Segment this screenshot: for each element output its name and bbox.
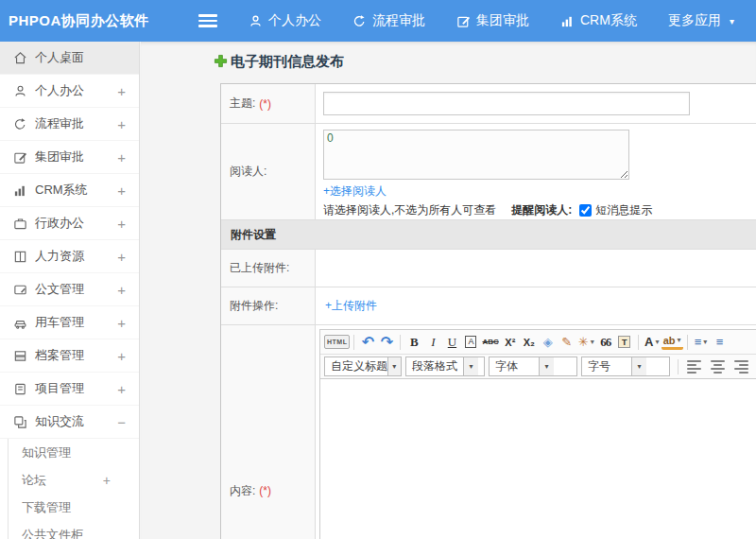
expand-icon[interactable]: + (117, 282, 126, 298)
nav-more-apps[interactable]: 更多应用 (668, 12, 721, 29)
expand-icon[interactable]: + (117, 149, 126, 165)
nav-label: 更多应用 (668, 12, 721, 29)
required-marker: (*) (259, 484, 271, 497)
home-icon (13, 51, 27, 65)
expand-icon[interactable]: + (103, 473, 111, 488)
strikethrough-button[interactable]: ABC (480, 333, 500, 352)
upload-attachment-link[interactable]: +上传附件 (325, 298, 377, 314)
expand-icon[interactable]: + (117, 315, 126, 331)
expand-icon[interactable]: + (117, 348, 126, 364)
edit-square-icon (13, 150, 27, 165)
sidebar-item-label: 人力资源 (35, 248, 84, 265)
eraser-icon[interactable]: ◈ (539, 333, 558, 352)
nav-group-approval[interactable]: 集团审批 (456, 12, 529, 29)
chevron-down-icon: ▾ (703, 338, 707, 346)
font-color-button[interactable]: A▾ (643, 333, 662, 352)
sidebar-item-archive-mgmt[interactable]: 档案管理 + (0, 339, 139, 373)
sidebar-item-personal-desktop[interactable]: 个人桌面 (0, 42, 139, 75)
expand-icon[interactable]: + (117, 381, 126, 397)
expand-icon[interactable]: + (117, 183, 126, 199)
attachment-section-header: 附件设置 (221, 220, 756, 250)
italic-button[interactable]: I (423, 333, 442, 352)
remove-format-icon[interactable]: ✳▾ (576, 333, 596, 352)
bold-button[interactable]: B (404, 333, 423, 352)
sidebar-subitem-download-mgmt[interactable]: 下载管理 (9, 494, 139, 521)
collapse-icon[interactable]: − (117, 414, 126, 430)
underline-button[interactable]: U (442, 333, 461, 352)
subject-input[interactable] (323, 92, 690, 115)
readers-hint-text: 请选择阅读人,不选为所有人可查看 (323, 202, 496, 218)
align-left-icon[interactable] (687, 360, 701, 374)
sidebar-item-admin-office[interactable]: 行政办公 + (0, 207, 139, 240)
font-family-select[interactable]: 字体▾ (489, 356, 577, 376)
subject-label-cell: 主题: (*) (221, 84, 316, 123)
align-center-icon[interactable] (711, 360, 725, 374)
content-label: 内容: (230, 483, 255, 499)
sidebar-item-label: 个人办公 (35, 82, 84, 99)
expand-icon[interactable]: + (117, 216, 126, 232)
hamburger-menu-icon[interactable] (198, 14, 217, 27)
main-content: 电子期刊信息发布 主题: (*) 阅读人: 0 +选择阅读人 请选择阅读人,不选… (141, 42, 756, 539)
undo-icon[interactable]: ↶ (358, 333, 377, 352)
align-right-icon[interactable] (734, 360, 748, 374)
add-plus-icon (214, 54, 228, 71)
book-icon (13, 250, 27, 264)
sidebar-subitem-forum[interactable]: 论坛 + (9, 466, 139, 494)
paste-as-text-button[interactable]: T (615, 333, 634, 352)
sidebar: 个人桌面 个人办公 + 流程审批 + 集团审批 + C (0, 42, 140, 539)
custom-heading-select[interactable]: 自定义标题▾ (324, 356, 402, 376)
sidebar-item-process-approval[interactable]: 流程审批 + (0, 108, 139, 141)
paragraph-format-select[interactable]: 段落格式▾ (405, 356, 485, 376)
blockquote-button[interactable]: 66 (596, 333, 615, 352)
redo-icon[interactable]: ↷ (377, 333, 396, 352)
editor-content-area[interactable] (320, 379, 756, 539)
expand-icon[interactable]: + (117, 83, 126, 99)
superscript-button[interactable]: X² (501, 333, 520, 352)
select-readers-link[interactable]: +选择阅读人 (323, 183, 387, 200)
nav-personal-office[interactable]: 个人办公 (249, 12, 321, 29)
nav-crm-system[interactable]: CRM系统 (560, 12, 637, 29)
sidebar-item-project-mgmt[interactable]: 项目管理 + (0, 373, 139, 406)
font-size-select[interactable]: 字号▾ (581, 356, 670, 376)
subject-label: 主题: (230, 96, 255, 112)
briefcase-icon (13, 217, 27, 231)
attachment-ops-label: 附件操作: (230, 298, 278, 314)
sms-remind-checkbox[interactable] (579, 204, 592, 217)
sidebar-item-knowledge-exchange[interactable]: 知识交流 − (0, 406, 139, 439)
sidebar-submenu-knowledge: 知识管理 论坛 + 下载管理 公共文件柜 (8, 439, 139, 539)
sidebar-subitem-knowledge-mgmt[interactable]: 知识管理 (9, 439, 139, 466)
chevron-down-icon[interactable]: ▾ (730, 16, 734, 26)
format-painter-icon[interactable]: ✎ (558, 333, 576, 352)
toolbar-separator (400, 335, 401, 350)
chevron-down-icon: ▾ (539, 357, 554, 375)
edit-square-icon (456, 14, 471, 28)
sidebar-item-group-approval[interactable]: 集团审批 + (0, 141, 139, 174)
sidebar-subitem-label: 公共文件柜 (22, 527, 83, 539)
ordered-list-button[interactable]: ≡▾ (692, 333, 711, 352)
nav-process-approval[interactable]: 流程审批 (352, 12, 425, 29)
readers-label-cell: 阅读人: (221, 124, 316, 219)
readers-hint-row: 请选择阅读人,不选为所有人可查看 提醒阅读人: 短消息提示 (323, 202, 756, 218)
uploaded-attachments-value (316, 250, 756, 287)
content-label-cell: 内容: (*) (221, 325, 316, 539)
sidebar-item-crm[interactable]: CRM系统 + (0, 174, 139, 207)
sidebar-item-personal-office[interactable]: 个人办公 + (0, 75, 139, 108)
readers-row: 阅读人: 0 +选择阅读人 请选择阅读人,不选为所有人可查看 提醒阅读人: 短消… (221, 124, 756, 220)
sidebar-item-document-mgmt[interactable]: 公文管理 + (0, 273, 139, 306)
expand-icon[interactable]: + (117, 116, 126, 132)
sidebar-item-label: 流程审批 (35, 115, 84, 132)
sidebar-item-label: 档案管理 (35, 347, 84, 364)
toolbar-separator (638, 335, 639, 350)
font-style-box-button[interactable]: A (461, 333, 480, 352)
expand-icon[interactable]: + (117, 249, 126, 265)
sidebar-item-label: 用车管理 (35, 314, 84, 331)
unordered-list-button[interactable]: ≡ (711, 333, 730, 352)
html-source-button[interactable]: HTML (324, 335, 350, 349)
subscript-button[interactable]: X₂ (520, 333, 539, 352)
readers-textarea[interactable]: 0 (323, 130, 629, 180)
highlight-color-button[interactable]: ab▾ (662, 335, 683, 350)
sidebar-subitem-label: 论坛 (22, 472, 46, 489)
sidebar-subitem-public-file-cabinet[interactable]: 公共文件柜 (9, 521, 139, 539)
sidebar-item-hr[interactable]: 人力资源 + (0, 240, 139, 273)
sidebar-item-vehicle-mgmt[interactable]: 用车管理 + (0, 306, 139, 339)
